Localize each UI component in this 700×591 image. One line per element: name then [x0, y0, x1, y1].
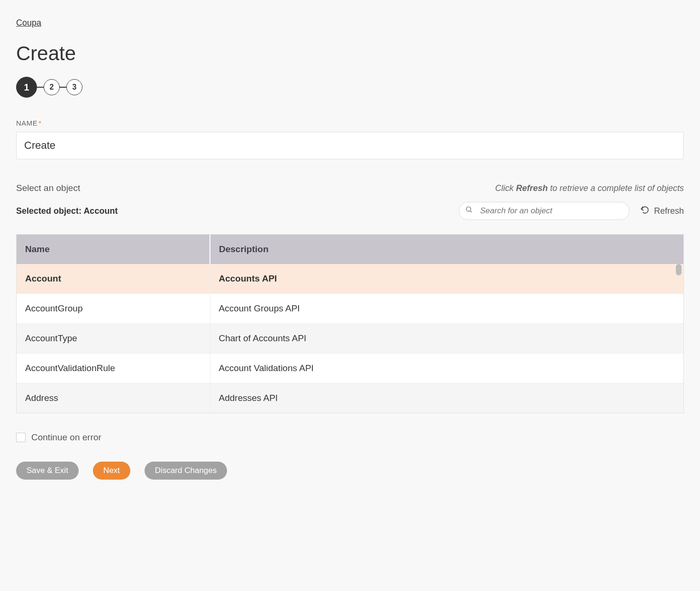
- svg-line-1: [470, 211, 472, 212]
- discard-button[interactable]: Discard Changes: [145, 462, 227, 480]
- required-indicator: *: [38, 119, 41, 127]
- cell-description: Chart of Accounts API: [210, 324, 683, 354]
- object-table: Name Description AccountAccounts APIAcco…: [16, 234, 684, 413]
- step-2[interactable]: 2: [44, 79, 60, 95]
- cell-name: Account: [17, 264, 210, 294]
- name-input[interactable]: [16, 132, 684, 159]
- table-row[interactable]: AccountTypeChart of Accounts API: [17, 324, 683, 354]
- name-field-label: NAME*: [16, 119, 684, 127]
- cell-name: AccountGroup: [17, 294, 210, 324]
- step-3[interactable]: 3: [66, 79, 82, 95]
- cell-name: Address: [17, 383, 210, 413]
- breadcrumb-link[interactable]: Coupa: [16, 18, 41, 28]
- search-icon: [465, 206, 473, 216]
- step-connector: [60, 87, 66, 88]
- svg-point-0: [466, 207, 471, 211]
- refresh-button[interactable]: Refresh: [641, 206, 684, 217]
- continue-on-error-checkbox[interactable]: [16, 433, 26, 442]
- search-box: [459, 202, 629, 220]
- cell-description: Account Validations API: [210, 354, 683, 383]
- save-exit-button[interactable]: Save & Exit: [16, 462, 79, 480]
- table-row[interactable]: AccountGroupAccount Groups API: [17, 294, 683, 324]
- table-row[interactable]: AddressAddresses API: [17, 383, 683, 413]
- select-object-label: Select an object: [16, 183, 80, 193]
- cell-name: AccountType: [17, 324, 210, 354]
- selected-object-label: Selected object: Account: [16, 206, 118, 216]
- search-input[interactable]: [459, 202, 629, 220]
- cell-description: Accounts API: [210, 264, 683, 294]
- refresh-label: Refresh: [654, 206, 684, 216]
- refresh-icon: [641, 206, 649, 217]
- refresh-hint: Click Refresh to retrieve a complete lis…: [495, 183, 684, 193]
- step-connector: [37, 87, 44, 88]
- next-button[interactable]: Next: [93, 462, 130, 480]
- step-1[interactable]: 1: [16, 77, 37, 98]
- stepper: 1 2 3: [16, 77, 684, 98]
- cell-description: Account Groups API: [210, 294, 683, 324]
- page-title: Create: [16, 42, 684, 65]
- col-header-name[interactable]: Name: [17, 235, 210, 264]
- table-row[interactable]: AccountValidationRuleAccount Validations…: [17, 354, 683, 383]
- cell-name: AccountValidationRule: [17, 354, 210, 383]
- table-row[interactable]: AccountAccounts API: [17, 264, 683, 294]
- continue-on-error-label: Continue on error: [31, 432, 101, 443]
- cell-description: Addresses API: [210, 383, 683, 413]
- col-header-description[interactable]: Description: [210, 235, 683, 264]
- scrollbar-thumb[interactable]: [676, 264, 682, 275]
